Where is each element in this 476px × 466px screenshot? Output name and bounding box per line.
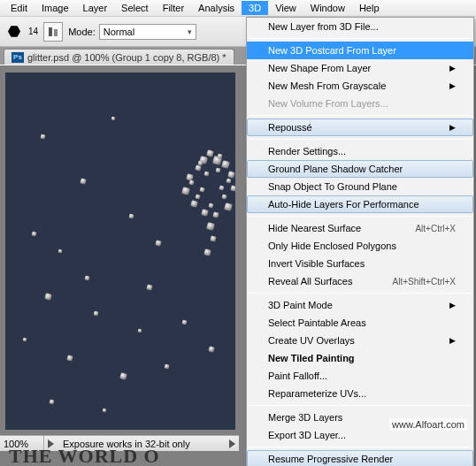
- menu-item[interactable]: Snap Object To Ground Plane: [247, 178, 473, 195]
- menu-item-label: Auto-Hide Layers For Performance: [268, 199, 419, 210]
- glitter-particle: [66, 355, 73, 361]
- menu-item-label: Resume Progressive Render: [268, 454, 393, 464]
- menu-item-label: Only Hide Enclosed Polygons: [268, 241, 396, 251]
- menu-item-label: Reveal All Surfaces: [268, 276, 352, 286]
- glitter-particle: [146, 284, 152, 290]
- menu-item[interactable]: Reveal All SurfacesAlt+Shift+Ctrl+X: [247, 272, 473, 290]
- menu-item[interactable]: Select Paintable Areas: [247, 314, 473, 332]
- menu-item-label: Paint Falloff...: [268, 371, 327, 381]
- submenu-arrow-icon: ▶: [449, 81, 456, 90]
- glitter-particle: [181, 187, 190, 195]
- menu-shortcut: Alt+Ctrl+X: [415, 224, 456, 233]
- menubar-item-3d[interactable]: 3D: [242, 1, 268, 15]
- menu-item[interactable]: Paint Falloff...: [247, 367, 473, 385]
- menu-item: New Volume From Layers...: [247, 95, 473, 112]
- menu-item-label: Reparameterize UVs...: [268, 388, 366, 399]
- glitter-particle: [201, 209, 209, 217]
- glitter-particle: [197, 160, 203, 165]
- document-canvas[interactable]: [5, 73, 235, 430]
- menu-item[interactable]: New 3D Postcard From Layer: [247, 42, 473, 59]
- glitter-particle: [221, 160, 230, 169]
- submenu-arrow-icon: ▶: [449, 64, 456, 73]
- glitter-particle: [230, 185, 235, 191]
- blend-mode-dropdown[interactable]: Normal ▾: [99, 24, 196, 40]
- menubar-item-image[interactable]: Image: [35, 1, 76, 15]
- menu-item[interactable]: New Layer from 3D File...: [247, 18, 473, 35]
- glitter-particle: [208, 346, 214, 352]
- menu-item-label: Select Paintable Areas: [268, 317, 366, 328]
- menubar-item-filter[interactable]: Filter: [156, 1, 191, 15]
- menu-item[interactable]: Hide Nearest SurfaceAlt+Ctrl+X: [247, 219, 473, 237]
- menu-item[interactable]: Repoussé▶: [247, 118, 473, 136]
- menu-item-label: Create UV Overlays: [268, 335, 355, 346]
- application-menubar: EditImageLayerSelectFilterAnalysis3DView…: [0, 0, 476, 17]
- menu-item-label: New Mesh From Grayscale: [268, 80, 386, 91]
- menu-item[interactable]: New Shape From Layer▶: [247, 59, 473, 77]
- brush-preset-icon[interactable]: [5, 23, 23, 41]
- document-tab-label: glitter.psd @ 100% (Group 1 copy 8, RGB/…: [27, 52, 226, 63]
- submenu-arrow-icon: ▶: [449, 336, 456, 345]
- glitter-particle: [128, 213, 134, 218]
- photoshop-badge-icon: Ps: [12, 52, 24, 63]
- menu-separator: [249, 405, 472, 406]
- menu-item[interactable]: Create UV Overlays▶: [247, 332, 473, 349]
- menu-item[interactable]: Resume Progressive Render: [247, 450, 473, 466]
- menu-item[interactable]: Reparameterize UVs...: [247, 385, 473, 402]
- glitter-particle: [190, 200, 198, 208]
- chevron-down-icon: ▾: [188, 27, 192, 36]
- menubar-item-edit[interactable]: Edit: [4, 1, 35, 15]
- glitter-particle: [210, 235, 216, 241]
- menu-item-label: Merge 3D Layers: [268, 412, 342, 423]
- menu-item-label: 3D Paint Mode: [268, 300, 333, 310]
- menu-item-label: Repoussé: [268, 122, 312, 133]
- menu-item[interactable]: Invert Visible Surfaces: [247, 255, 473, 272]
- menu-item[interactable]: 3D Paint Mode▶: [247, 296, 473, 314]
- menu-item[interactable]: Render Settings...: [247, 142, 473, 160]
- glitter-particle: [224, 202, 233, 211]
- glitter-particle: [206, 222, 215, 231]
- watermark-text: www.Alfoart.com: [389, 418, 467, 431]
- menu-separator: [249, 115, 472, 116]
- menu-shortcut: Alt+Shift+Ctrl+X: [393, 277, 456, 286]
- menu-item-label: New Shape From Layer: [268, 63, 371, 73]
- menu-item[interactable]: New Tiled Painting: [247, 349, 473, 367]
- brush-size-label: 14: [28, 27, 38, 36]
- glitter-particle: [31, 231, 36, 236]
- background-page-text: THE WORLD O: [9, 445, 160, 466]
- brush-panel-toggle[interactable]: [43, 22, 63, 42]
- submenu-arrow-icon[interactable]: [229, 439, 235, 448]
- glitter-particle: [80, 178, 86, 184]
- menubar-item-window[interactable]: Window: [303, 1, 352, 15]
- menubar-item-view[interactable]: View: [268, 1, 303, 15]
- menu-item-label: Hide Nearest Surface: [268, 223, 361, 233]
- glitter-particle: [49, 399, 54, 404]
- svg-rect-0: [49, 27, 52, 36]
- menubar-item-help[interactable]: Help: [352, 1, 387, 15]
- menu-separator: [249, 447, 472, 447]
- menu-item-label: Invert Visible Surfaces: [268, 258, 365, 269]
- menubar-item-analysis[interactable]: Analysis: [191, 1, 242, 15]
- menu-item[interactable]: Only Hide Enclosed Polygons: [247, 237, 473, 255]
- menu-separator: [249, 293, 472, 294]
- glitter-particle: [195, 194, 200, 199]
- glitter-particle: [226, 178, 231, 183]
- glitter-particle: [208, 202, 213, 208]
- glitter-particle: [203, 171, 209, 176]
- menu-item[interactable]: Auto-Hide Layers For Performance: [247, 195, 473, 213]
- glitter-particle: [103, 409, 107, 413]
- glitter-particle: [188, 180, 194, 185]
- menu-item[interactable]: New Mesh From Grayscale▶: [247, 77, 473, 95]
- glitter-particle: [199, 187, 204, 192]
- menu-item-label: Snap Object To Ground Plane: [268, 181, 397, 192]
- glitter-particle: [212, 211, 219, 218]
- menu-item-label: Ground Plane Shadow Catcher: [268, 164, 403, 174]
- menu-item-label: New 3D Postcard From Layer: [268, 45, 396, 56]
- glitter-particle: [181, 319, 187, 325]
- document-tab[interactable]: Ps glitter.psd @ 100% (Group 1 copy 8, R…: [4, 49, 234, 65]
- menubar-item-select[interactable]: Select: [114, 1, 156, 15]
- glitter-particle: [206, 149, 214, 157]
- menubar-item-layer[interactable]: Layer: [76, 1, 115, 15]
- glitter-particle: [219, 185, 224, 190]
- menu-item-label: New Layer from 3D File...: [268, 21, 379, 32]
- menu-item[interactable]: Ground Plane Shadow Catcher: [247, 160, 473, 178]
